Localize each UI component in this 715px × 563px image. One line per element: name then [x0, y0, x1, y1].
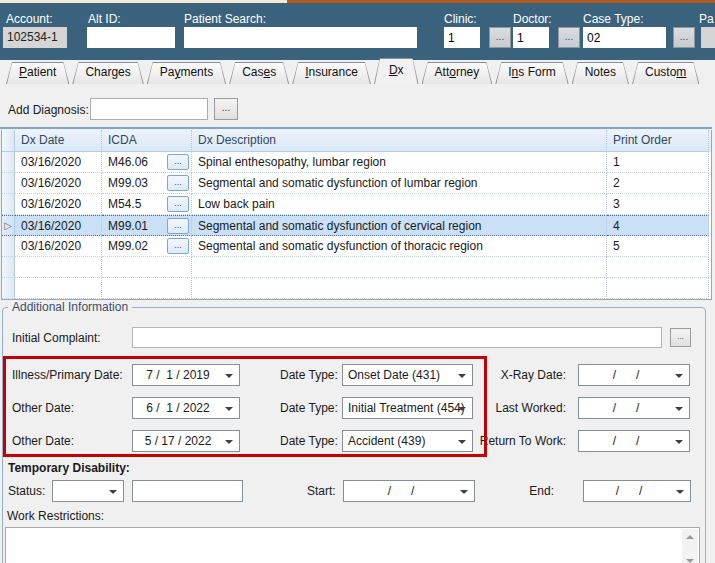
doctor-browse-button[interactable]: ...: [558, 27, 580, 48]
date-row: Illness/Primary Date:7 / 1 / 2019Date Ty…: [0, 364, 715, 386]
triangle-up-icon: [686, 535, 694, 539]
date-type-label: Date Type:: [280, 368, 338, 382]
initial-complaint-browse-button[interactable]: ...: [670, 328, 691, 347]
right-date-picker[interactable]: / /: [578, 430, 690, 452]
tab-label: Dx: [389, 58, 404, 83]
cell-icda: M99.03...: [102, 173, 192, 194]
tab-insurance[interactable]: Insurance: [292, 62, 371, 84]
column-header-print-order[interactable]: Print Order: [607, 130, 709, 152]
clinic-browse-button[interactable]: ...: [489, 27, 511, 48]
end-date-value: / /: [584, 481, 690, 501]
dx-tab-page: Account: Alt ID: Patient Search: Clinic:…: [0, 0, 715, 563]
table-row[interactable]: 03/16/2020M99.02...Segmental and somatic…: [2, 236, 711, 257]
work-restrictions-textarea[interactable]: [5, 527, 700, 563]
tab-label: Patient: [19, 62, 56, 83]
date-type-dropdown[interactable]: Onset Date (431): [342, 364, 473, 386]
cell-dx-date: 03/16/2020: [15, 152, 102, 173]
cell-icda: M99.01...: [102, 215, 192, 236]
row-selector[interactable]: ▷: [2, 215, 15, 236]
case-type-label: Case Type:: [583, 12, 643, 26]
date-value: 5 / 17 / 2022: [133, 431, 239, 451]
vertical-scrollbar[interactable]: [682, 529, 698, 563]
tab-label: Payments: [160, 62, 213, 83]
icda-browse-button[interactable]: ...: [167, 218, 189, 234]
tab-custom[interactable]: Custom: [632, 62, 699, 84]
case-type-field[interactable]: [583, 27, 666, 48]
start-label: Start:: [307, 484, 336, 498]
cell-description: Spinal enthesopathy, lumbar region: [192, 152, 607, 173]
column-header-dx-date[interactable]: Dx Date: [15, 130, 102, 152]
cell-print-order: [607, 257, 709, 278]
row-selector[interactable]: [2, 152, 15, 173]
tab-patient[interactable]: Patient: [6, 62, 69, 84]
start-date-value: / /: [344, 481, 474, 501]
clinic-field[interactable]: [444, 27, 480, 48]
current-row-arrow-icon: ▷: [4, 220, 12, 231]
cell-print-order: 2: [607, 173, 709, 194]
date-picker[interactable]: 6 / 1 / 2022: [132, 397, 240, 419]
right-date-picker[interactable]: / /: [578, 364, 690, 386]
tab-charges[interactable]: Charges: [72, 62, 143, 84]
cell-description: Segmental and somatic dysfunction of lum…: [192, 173, 607, 194]
cell-icda: M99.02...: [102, 236, 192, 257]
add-diagnosis-input[interactable]: [90, 98, 208, 120]
tab-dx[interactable]: Dx: [374, 58, 419, 84]
row-selector[interactable]: [2, 236, 15, 257]
cell-print-order: [607, 278, 709, 299]
initial-complaint-label: Initial Complaint:: [12, 331, 101, 345]
date-type-dropdown[interactable]: Initial Treatment (454): [342, 397, 473, 419]
chevron-down-icon: [225, 440, 233, 444]
column-header-icda[interactable]: ICDA: [102, 130, 192, 152]
row-selector: [2, 257, 15, 278]
status-dropdown[interactable]: [52, 480, 124, 502]
icda-browse-button[interactable]: ...: [167, 154, 189, 170]
cell-icda: M54.5...: [102, 194, 192, 215]
date-type-value: Accident (439): [343, 431, 472, 451]
row-selector[interactable]: [2, 173, 15, 194]
add-diagnosis-label: Add Diagnosis:: [8, 103, 89, 117]
tab-payments[interactable]: Payments: [147, 62, 226, 84]
date-value: 7 / 1 / 2019: [133, 365, 239, 385]
date-row: Other Date:6 / 1 / 2022Date Type:Initial…: [0, 397, 715, 419]
date-type-dropdown[interactable]: Accident (439): [342, 430, 473, 452]
status-detail-field[interactable]: [132, 480, 243, 502]
chevron-down-icon: [675, 440, 683, 444]
table-row[interactable]: 03/16/2020M54.5...Low back pain3: [2, 194, 711, 215]
scroll-down-button[interactable]: [682, 553, 698, 563]
date-type-label: Date Type:: [280, 401, 338, 415]
cell-dx-date: 03/16/2020: [15, 173, 102, 194]
tab-label: Charges: [85, 62, 130, 83]
patient-search-input[interactable]: [184, 27, 417, 48]
icda-browse-button[interactable]: ...: [167, 196, 189, 212]
date-type-value: Initial Treatment (454): [343, 398, 472, 418]
tab-ins-form[interactable]: Ins Form: [495, 62, 568, 84]
tab-attorney[interactable]: Attorney: [422, 62, 493, 84]
cell-print-order: 4: [607, 215, 709, 236]
tab-label: Ins Form: [508, 62, 555, 83]
row-selector[interactable]: [2, 194, 15, 215]
date-picker[interactable]: 7 / 1 / 2019: [132, 364, 240, 386]
diagnosis-grid: Dx Date ICDA Dx Description Print Order …: [1, 130, 712, 300]
tab-strip: PatientChargesPaymentsCasesInsuranceDxAt…: [0, 58, 715, 84]
alt-id-field[interactable]: [87, 27, 175, 48]
end-date-picker[interactable]: / /: [583, 480, 691, 502]
case-type-browse-button[interactable]: ...: [673, 27, 695, 48]
icda-browse-button[interactable]: ...: [167, 238, 189, 254]
tab-notes[interactable]: Notes: [572, 62, 629, 84]
table-row[interactable]: 03/16/2020M99.03...Segmental and somatic…: [2, 173, 711, 194]
truncated-label: Pa: [699, 12, 714, 26]
start-date-picker[interactable]: / /: [343, 480, 475, 502]
right-date-picker[interactable]: / /: [578, 397, 690, 419]
tab-cases[interactable]: Cases: [229, 62, 289, 84]
icda-browse-button[interactable]: ...: [167, 175, 189, 191]
table-row[interactable]: 03/16/2020M46.06...Spinal enthesopathy, …: [2, 152, 711, 173]
row-selector: [2, 278, 15, 299]
column-header-description[interactable]: Dx Description: [192, 130, 607, 152]
initial-complaint-input[interactable]: [132, 327, 662, 348]
date-picker[interactable]: 5 / 17 / 2022: [132, 430, 240, 452]
scroll-up-button[interactable]: [682, 529, 698, 545]
doctor-field[interactable]: [513, 27, 549, 48]
account-value: 102534-1: [3, 27, 67, 48]
table-row[interactable]: ▷03/16/2020M99.01...Segmental and somati…: [2, 215, 711, 236]
add-diagnosis-browse-button[interactable]: ...: [214, 98, 238, 120]
